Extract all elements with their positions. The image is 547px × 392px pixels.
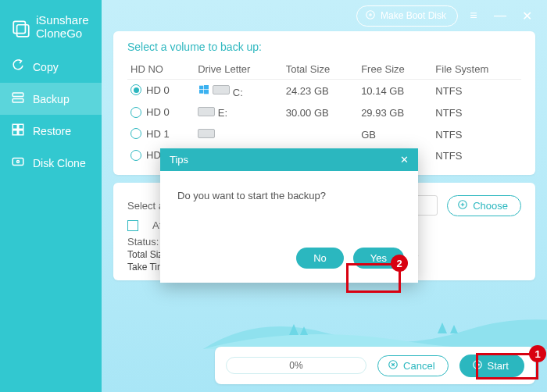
- free-size: 10.14 GB: [358, 80, 432, 103]
- backup-icon: [11, 91, 25, 107]
- nav-diskclone[interactable]: Disk Clone: [0, 147, 102, 179]
- volume-radio[interactable]: HD 0: [130, 84, 170, 96]
- progress-bar: 0%: [226, 357, 366, 374]
- drive-letter: C:: [233, 87, 243, 98]
- footer-bar: 0% Cancel Start: [215, 347, 535, 384]
- free-size: GB: [358, 124, 432, 146]
- nav-backup[interactable]: Backup: [0, 83, 102, 115]
- dialog-close-button[interactable]: ✕: [400, 154, 409, 166]
- close-button[interactable]: ✕: [516, 5, 538, 27]
- svg-rect-5: [19, 124, 23, 129]
- free-size: 29.93 GB: [358, 102, 432, 124]
- after-checkbox[interactable]: [127, 219, 143, 232]
- plus-icon: [457, 199, 468, 212]
- svg-rect-4: [13, 124, 17, 129]
- file-system: NTFS: [432, 145, 521, 167]
- svg-point-10: [366, 10, 375, 19]
- svg-rect-2: [13, 93, 23, 97]
- total-size: 24.23 GB: [283, 80, 358, 103]
- sidebar: iSunshare CloneGo Copy Backup Restore Di…: [0, 0, 102, 392]
- volume-radio[interactable]: HD 1: [130, 128, 170, 140]
- svg-rect-8: [13, 159, 23, 166]
- dialog-header: Tips ✕: [160, 148, 418, 171]
- choose-label: Choose: [473, 200, 508, 212]
- nav-restore[interactable]: Restore: [0, 115, 102, 147]
- drive-letter: E:: [218, 107, 227, 119]
- nav-restore-label: Restore: [33, 125, 71, 137]
- svg-rect-6: [13, 130, 17, 135]
- play-icon: [472, 359, 483, 372]
- svg-rect-12: [199, 86, 203, 90]
- svg-rect-3: [13, 99, 23, 103]
- drive-icon: [198, 84, 230, 96]
- titlebar: Make Boot Disk ≡ — ✕: [102, 0, 547, 31]
- dialog-message: Do you want to start the backup?: [160, 171, 418, 241]
- svg-rect-7: [19, 130, 23, 135]
- minimize-button[interactable]: —: [489, 5, 511, 27]
- scenery: [203, 302, 547, 349]
- menu-icon: ≡: [470, 9, 477, 23]
- dialog-yes-button[interactable]: Yes: [353, 248, 404, 269]
- table-row[interactable]: HD 1 GBNTFS: [127, 124, 521, 146]
- yes-label: Yes: [370, 252, 387, 264]
- disc-icon: [365, 9, 376, 23]
- tips-dialog: Tips ✕ Do you want to start the backup? …: [160, 148, 418, 283]
- nav-diskclone-label: Disk Clone: [33, 157, 86, 169]
- svg-rect-1: [17, 24, 29, 36]
- col-fs: File System: [432, 59, 521, 80]
- svg-rect-15: [204, 90, 209, 94]
- choose-button[interactable]: Choose: [447, 195, 521, 216]
- col-total: Total Size: [283, 59, 358, 80]
- col-drive: Drive Letter: [195, 59, 283, 80]
- cancel-button[interactable]: Cancel: [377, 355, 448, 376]
- make-boot-disk-button[interactable]: Make Boot Disk: [356, 5, 458, 27]
- start-button[interactable]: Start: [459, 355, 524, 377]
- start-label: Start: [488, 360, 509, 372]
- no-label: No: [313, 252, 327, 264]
- cancel-label: Cancel: [403, 360, 434, 372]
- total-size: 30.00 GB: [283, 102, 358, 124]
- hd-no: HD 0: [146, 84, 170, 96]
- progress-text: 0%: [289, 360, 302, 371]
- menu-button[interactable]: ≡: [463, 5, 484, 27]
- select-dest-label: Select a: [127, 200, 164, 212]
- svg-rect-13: [204, 85, 209, 89]
- file-system: NTFS: [432, 102, 521, 124]
- dialog-no-button[interactable]: No: [296, 248, 344, 269]
- logo-icon: [11, 17, 31, 37]
- dialog-title: Tips: [170, 154, 188, 166]
- drive-icon: [198, 107, 215, 116]
- file-system: NTFS: [432, 124, 521, 146]
- col-free: Free Size: [358, 59, 432, 80]
- hd-no: HD 1: [146, 128, 170, 140]
- restore-icon: [11, 123, 25, 139]
- col-hdno: HD NO: [127, 59, 195, 80]
- app-logo: iSunshare CloneGo: [0, 8, 102, 51]
- volumes-heading: Select a volume to back up:: [127, 41, 521, 53]
- app-title-1: iSunshare: [36, 14, 89, 27]
- app-title-2: CloneGo: [36, 27, 89, 41]
- total-size: [283, 124, 358, 146]
- volume-radio[interactable]: HD 0: [130, 106, 170, 118]
- boot-label: Make Boot Disk: [381, 10, 446, 21]
- svg-rect-14: [199, 90, 203, 94]
- hd-no: HD 0: [146, 106, 170, 118]
- close-icon: ✕: [522, 9, 532, 23]
- table-row[interactable]: HD 0 E:30.00 GB29.93 GBNTFS: [127, 102, 521, 124]
- svg-rect-0: [13, 21, 25, 33]
- close-icon: ✕: [400, 154, 409, 166]
- nav-copy-label: Copy: [33, 61, 59, 73]
- svg-point-11: [370, 13, 371, 15]
- drive-icon: [198, 129, 215, 138]
- svg-point-9: [17, 161, 20, 163]
- cancel-icon: [388, 359, 399, 372]
- minimize-icon: —: [494, 9, 506, 23]
- table-row[interactable]: HD 0 C:24.23 GB10.14 GBNTFS: [127, 80, 521, 103]
- diskclone-icon: [11, 155, 25, 171]
- nav-backup-label: Backup: [33, 93, 70, 105]
- file-system: NTFS: [432, 80, 521, 103]
- copy-icon: [11, 59, 25, 75]
- nav-copy[interactable]: Copy: [0, 51, 102, 83]
